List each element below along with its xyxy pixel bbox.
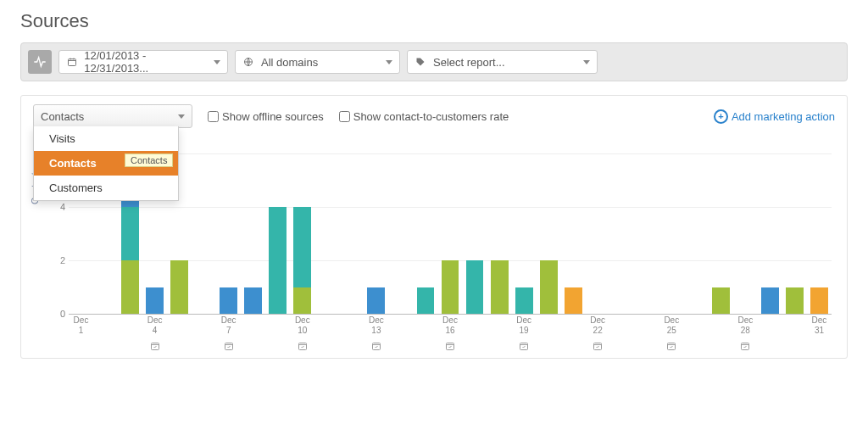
domain-select[interactable]: All domains xyxy=(235,50,400,74)
bar-day-29[interactable] xyxy=(761,153,779,314)
bar-day-20[interactable] xyxy=(540,153,558,314)
bar-day-22[interactable] xyxy=(589,153,607,314)
xlabel: Dec4 xyxy=(147,315,163,335)
metric-option-customers[interactable]: Customers xyxy=(34,176,178,200)
bar-segment xyxy=(121,260,139,314)
svg-rect-2 xyxy=(151,343,159,350)
bar-segment xyxy=(565,287,582,315)
calendar-check-icon[interactable] xyxy=(593,341,603,354)
bar-segment xyxy=(293,287,311,315)
bar-segment xyxy=(367,287,385,315)
report-value: Select report... xyxy=(433,56,505,69)
bar-segment xyxy=(442,260,459,314)
bar-day-15[interactable] xyxy=(417,153,435,314)
bar-day-16[interactable] xyxy=(442,153,459,314)
bar-day-8[interactable] xyxy=(244,153,262,314)
bar-day-26[interactable] xyxy=(687,153,705,314)
chevron-down-icon xyxy=(583,60,590,64)
chevron-down-icon xyxy=(178,114,185,119)
bar-day-18[interactable] xyxy=(491,153,509,314)
metric-select-value: Contacts xyxy=(41,110,84,123)
show-offline-input[interactable] xyxy=(208,111,219,122)
xlabel: Dec7 xyxy=(221,315,236,335)
bar-day-7[interactable] xyxy=(220,153,237,314)
show-c2c-checkbox[interactable]: Show contact-to-customers rate xyxy=(339,110,509,123)
report-select[interactable]: Select report... xyxy=(407,50,598,74)
xlabel: Dec25 xyxy=(664,315,679,335)
date-range-value: 12/01/2013 - 12/31/2013... xyxy=(84,49,207,75)
bar-day-11[interactable] xyxy=(318,153,336,314)
bar-segment xyxy=(810,287,828,315)
bar-segment xyxy=(269,207,287,314)
xlabel: Dec31 xyxy=(812,315,827,335)
svg-rect-3 xyxy=(225,343,232,350)
bar-segment xyxy=(786,287,804,315)
report-toolbar: 12/01/2013 - 12/31/2013... All domains S… xyxy=(20,42,848,81)
bar-day-23[interactable] xyxy=(614,153,632,314)
bar-segment xyxy=(293,207,311,287)
bar-segment xyxy=(491,260,509,314)
show-offline-checkbox[interactable]: Show offline sources xyxy=(208,110,324,123)
bar-day-24[interactable] xyxy=(638,153,656,314)
bar-day-12[interactable] xyxy=(342,153,360,314)
add-marketing-action-label: Add marketing action xyxy=(732,110,835,123)
ytick: 2 xyxy=(50,255,65,265)
svg-rect-9 xyxy=(668,343,676,350)
svg-rect-5 xyxy=(372,343,380,350)
calendar-check-icon[interactable] xyxy=(445,341,455,354)
calendar-check-icon[interactable] xyxy=(298,341,308,354)
calendar-check-icon[interactable] xyxy=(666,341,676,354)
page-title: Sources xyxy=(20,10,848,32)
calendar-check-icon[interactable] xyxy=(150,341,160,354)
svg-rect-6 xyxy=(447,343,454,350)
sources-panel: Contacts Visits Contacts Customers Conta… xyxy=(20,95,848,359)
show-c2c-label: Show contact-to-customers rate xyxy=(353,110,509,123)
chevron-down-icon xyxy=(214,60,220,64)
bar-segment xyxy=(170,260,188,314)
bar-day-14[interactable] xyxy=(392,153,409,314)
tooltip: Contacts xyxy=(125,153,173,167)
bar-day-31[interactable] xyxy=(810,153,828,314)
calendar-check-icon[interactable] xyxy=(519,341,529,354)
calendar-check-icon[interactable] xyxy=(371,341,381,354)
xlabel: Dec10 xyxy=(295,315,310,335)
xlabel: Dec16 xyxy=(442,315,458,335)
bar-segment xyxy=(220,287,237,315)
xlabel: Dec13 xyxy=(369,315,384,335)
metric-select[interactable]: Contacts xyxy=(33,104,192,128)
domain-value: All domains xyxy=(261,56,318,69)
bar-day-30[interactable] xyxy=(786,153,804,314)
date-range-select[interactable]: 12/01/2013 - 12/31/2013... xyxy=(58,50,228,74)
bar-segment xyxy=(515,287,533,315)
xlabel: Dec28 xyxy=(737,315,753,335)
chevron-down-icon xyxy=(386,60,392,64)
bar-day-28[interactable] xyxy=(737,153,754,314)
bar-day-9[interactable] xyxy=(269,153,287,314)
bar-day-19[interactable] xyxy=(515,153,533,314)
show-offline-label: Show offline sources xyxy=(222,110,324,123)
xlabel: Dec22 xyxy=(590,315,605,335)
calendar-check-icon[interactable] xyxy=(224,341,234,354)
bar-day-6[interactable] xyxy=(195,153,213,314)
svg-rect-10 xyxy=(742,343,749,350)
globe-icon xyxy=(242,56,254,68)
tag-icon xyxy=(415,56,426,68)
bar-segment xyxy=(466,260,484,314)
bar-segment xyxy=(121,207,139,260)
svg-rect-8 xyxy=(594,343,602,350)
bar-day-27[interactable] xyxy=(712,153,730,314)
svg-rect-0 xyxy=(68,59,75,66)
bar-segment xyxy=(712,287,730,315)
ytick: 0 xyxy=(50,309,65,319)
metric-option-visits[interactable]: Visits xyxy=(34,126,178,151)
bar-day-13[interactable] xyxy=(367,153,385,314)
bar-day-25[interactable] xyxy=(663,153,681,314)
bar-day-10[interactable] xyxy=(293,153,311,314)
bar-day-21[interactable] xyxy=(565,153,582,314)
show-c2c-input[interactable] xyxy=(339,111,350,122)
bar-segment xyxy=(540,260,558,314)
calendar-check-icon[interactable] xyxy=(740,341,750,354)
add-marketing-action-link[interactable]: + Add marketing action xyxy=(714,109,835,124)
bar-day-17[interactable] xyxy=(466,153,484,314)
activity-icon-button[interactable] xyxy=(28,50,52,74)
